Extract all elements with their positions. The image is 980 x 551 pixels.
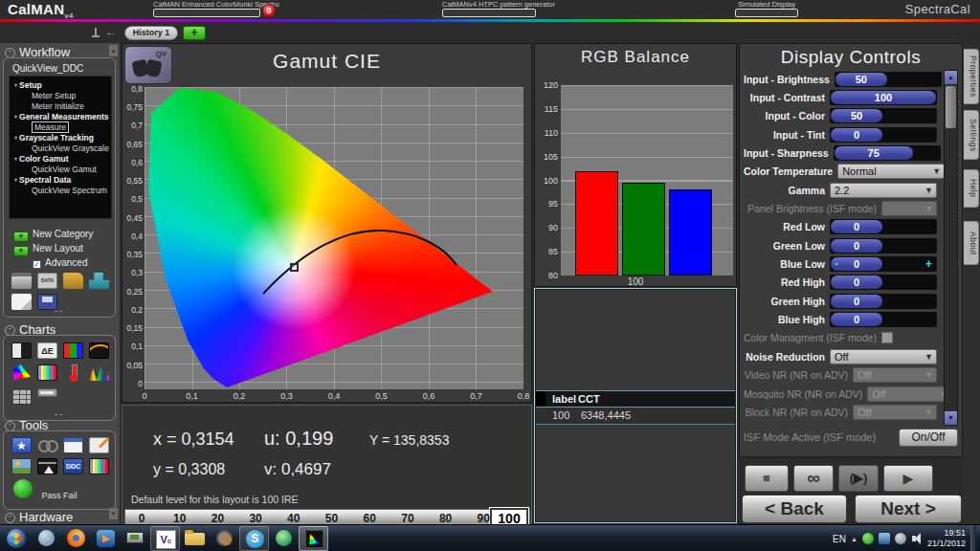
workflow-group[interactable]: ▾Spectral Data bbox=[13, 175, 109, 186]
quickview-button[interactable]: QV bbox=[124, 46, 172, 84]
new-layout-button[interactable]: +New Layout bbox=[13, 243, 83, 256]
table-row[interactable]: 1006348,4445 bbox=[536, 408, 735, 425]
tray-app-icon[interactable] bbox=[895, 533, 906, 544]
slider-input-contrast[interactable]: 100 bbox=[830, 90, 937, 105]
add-history-button[interactable]: + bbox=[183, 26, 206, 40]
tree-expand-icon[interactable]: ▾ bbox=[14, 177, 17, 183]
tree-expand-icon[interactable]: ▾ bbox=[14, 156, 17, 162]
pattern-box[interactable] bbox=[442, 9, 536, 17]
workflow-step-label[interactable]: QuickView Grayscale bbox=[32, 143, 109, 153]
favorite-tool-icon[interactable]: ★ bbox=[11, 437, 32, 453]
scrollbar-thumb[interactable] bbox=[946, 86, 956, 128]
sidebar-scroll-down[interactable]: ▼ bbox=[109, 508, 118, 519]
ire-tick[interactable]: 0 bbox=[129, 512, 154, 525]
data-field-icon[interactable] bbox=[37, 388, 57, 397]
collapse-arrow-icon[interactable]: ← bbox=[105, 25, 117, 38]
workflow-step[interactable]: Meter Setup bbox=[13, 91, 109, 101]
pin-icon[interactable] bbox=[92, 28, 100, 38]
slider-input-color[interactable]: 50 bbox=[830, 108, 937, 123]
cie-gamut-chart-icon[interactable] bbox=[11, 364, 32, 381]
ire-tick[interactable]: 20 bbox=[205, 512, 230, 525]
workflow-step-selected[interactable]: Measure bbox=[13, 122, 109, 133]
workflow-step[interactable]: QuickView Spectrum bbox=[13, 186, 109, 196]
workflow-group-label[interactable]: Setup bbox=[19, 80, 42, 90]
tab-about[interactable]: About bbox=[964, 221, 979, 265]
data-table-icon[interactable] bbox=[11, 388, 32, 405]
workflow-group-label[interactable]: General Measurements bbox=[19, 112, 109, 121]
controls-scrollbar[interactable]: ▲ ▼ bbox=[944, 70, 958, 426]
volume-icon[interactable] bbox=[911, 533, 923, 544]
links-tool-icon[interactable] bbox=[37, 437, 57, 453]
colorbars-chart-icon[interactable] bbox=[37, 364, 57, 381]
advanced-checkbox[interactable]: ✓Advanced bbox=[33, 257, 87, 269]
notes-tool-icon[interactable] bbox=[89, 437, 109, 453]
column-header-label[interactable]: label bbox=[546, 391, 578, 407]
ire-tick[interactable]: 40 bbox=[281, 512, 306, 525]
workflow-step-label[interactable]: Meter Setup bbox=[32, 91, 76, 100]
dropdown-gamma[interactable]: 2.2▼ bbox=[830, 183, 937, 198]
rgb-bars-chart-icon[interactable] bbox=[63, 342, 83, 359]
taskbar-app-orange-button[interactable] bbox=[210, 526, 239, 551]
tree-expand-icon[interactable]: ▾ bbox=[14, 114, 17, 120]
export-data-icon[interactable]: DATA bbox=[37, 273, 57, 289]
slider-input-brightness[interactable]: 50 bbox=[835, 72, 942, 87]
language-indicator[interactable]: EN bbox=[833, 534, 846, 544]
spectrum-chart-icon[interactable] bbox=[89, 364, 109, 381]
dropdown-color-temperature[interactable]: Normal▼ bbox=[837, 164, 945, 179]
tab-settings[interactable]: Settings bbox=[964, 110, 979, 160]
column-header-cct[interactable]: CCT bbox=[578, 391, 600, 407]
workflow-group[interactable]: ▾Color Gamut bbox=[13, 154, 109, 165]
ire-tick[interactable]: 70 bbox=[395, 512, 420, 525]
expand-handle[interactable]: -- bbox=[4, 306, 115, 316]
grayscale-chart-icon[interactable] bbox=[11, 342, 32, 359]
tray-status-icon[interactable] bbox=[862, 533, 874, 544]
workflow-step[interactable]: Meter Initialize bbox=[13, 101, 109, 112]
tab-help[interactable]: Help bbox=[964, 169, 979, 208]
meter-selector[interactable]: CalMAN Enhanced ColorMunki Spectro bbox=[153, 0, 279, 17]
stop-button[interactable]: ■ bbox=[745, 465, 789, 492]
tab-properties[interactable]: Properties bbox=[964, 49, 979, 104]
open-folder-icon[interactable] bbox=[63, 273, 83, 289]
meter-profile-tool-icon[interactable] bbox=[63, 437, 83, 453]
taskbar-thunderbird-button[interactable] bbox=[32, 526, 61, 551]
slider-red-low[interactable]: 0 bbox=[830, 219, 937, 234]
workflow-group-label[interactable]: Grayscale Tracking bbox=[19, 133, 94, 143]
slider-blue-high[interactable]: 0 bbox=[830, 312, 937, 327]
taskbar-calman-button[interactable] bbox=[299, 526, 328, 551]
ire-tick[interactable]: 10 bbox=[167, 512, 192, 525]
ire-tick[interactable]: 60 bbox=[357, 512, 382, 525]
taskbar-firefox-button[interactable] bbox=[61, 526, 91, 551]
workflow-step[interactable]: QuickView Grayscale bbox=[13, 143, 109, 154]
slider-green-high[interactable]: 0 bbox=[830, 294, 937, 309]
ire-tick[interactable]: 30 bbox=[243, 512, 268, 525]
ire-tick[interactable]: 80 bbox=[434, 512, 458, 525]
tray-expand-icon[interactable]: ▲ bbox=[851, 536, 858, 542]
clock[interactable]: 19:51 21/1/2012 bbox=[927, 528, 966, 549]
next-button[interactable]: Next > bbox=[855, 495, 962, 523]
taskbar-vnc-button[interactable]: Vc bbox=[150, 526, 180, 551]
continuous-measure-button[interactable]: ∞ bbox=[793, 465, 834, 492]
workflow-group-label[interactable]: Spectral Data bbox=[19, 175, 71, 185]
image-tool-icon[interactable] bbox=[11, 458, 32, 474]
taskbar-messenger-button[interactable] bbox=[269, 526, 299, 551]
workflow-group[interactable]: ▾Setup bbox=[13, 80, 109, 91]
tray-network-icon[interactable] bbox=[879, 533, 890, 544]
slider-input-tint[interactable]: 0 bbox=[830, 127, 937, 143]
ire-tick[interactable]: 90 bbox=[471, 512, 496, 525]
slider-blue-low[interactable]: 0-+ bbox=[830, 256, 937, 272]
taskbar-remote-desktop-button[interactable] bbox=[121, 526, 150, 551]
scroll-down-icon[interactable]: ▼ bbox=[945, 411, 957, 425]
workflow-step-label[interactable]: QuickView Gamut bbox=[32, 165, 97, 174]
tree-expand-icon[interactable]: ▾ bbox=[14, 82, 17, 88]
dropdown-noise-reduction[interactable]: Off▼ bbox=[830, 349, 937, 364]
workflow-step[interactable]: QuickView Gamut bbox=[13, 165, 109, 175]
taskbar-start-button[interactable] bbox=[2, 526, 32, 551]
new-category-button[interactable]: +New Category bbox=[13, 229, 93, 242]
ire-level-tool-icon[interactable] bbox=[37, 458, 57, 474]
tree-expand-icon[interactable]: ▾ bbox=[14, 135, 17, 141]
gamma-chart-icon[interactable] bbox=[89, 342, 109, 359]
workflow-group[interactable]: ▾Grayscale Tracking bbox=[13, 133, 109, 143]
slider-red-high[interactable]: 0 bbox=[830, 275, 937, 290]
smpte-bars-tool-icon[interactable] bbox=[89, 458, 109, 474]
scroll-up-icon[interactable]: ▲ bbox=[945, 71, 957, 84]
